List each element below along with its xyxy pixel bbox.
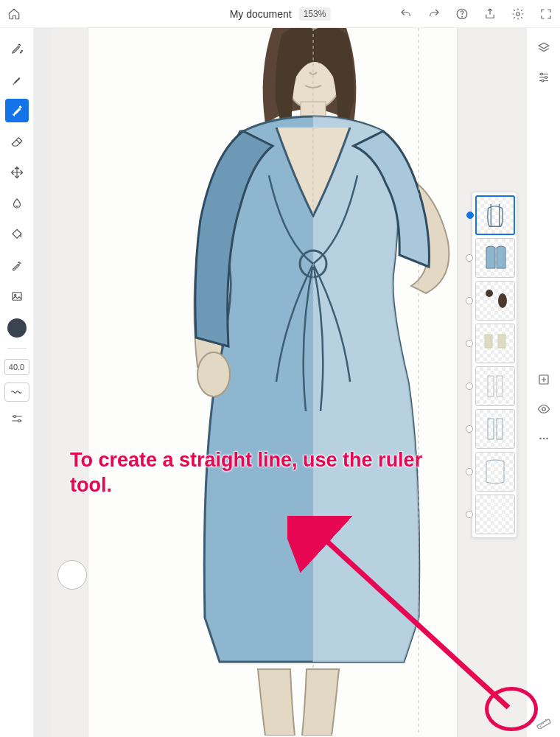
home-icon[interactable] (7, 7, 21, 21)
visibility-icon[interactable] (537, 402, 550, 416)
image-tool[interactable] (5, 284, 29, 308)
artboard[interactable] (88, 28, 457, 737)
fullscreen-icon[interactable] (539, 7, 553, 21)
gear-icon[interactable] (511, 7, 525, 21)
undo-icon[interactable] (399, 7, 413, 21)
svg-point-8 (18, 420, 20, 422)
svg-point-7 (13, 416, 15, 418)
svg-point-2 (517, 12, 520, 15)
paint-brush-tool[interactable] (5, 68, 29, 91)
redo-icon[interactable] (427, 7, 441, 21)
svg-rect-26 (498, 335, 505, 348)
layer-thumb[interactable] (475, 409, 515, 449)
layers-icon[interactable] (537, 41, 550, 55)
layer-thumb[interactable] (475, 281, 515, 321)
layer-thumb[interactable] (475, 195, 515, 235)
ruler-tool-button[interactable] (535, 712, 553, 730)
svg-point-16 (546, 438, 547, 439)
layer-thumb[interactable] (475, 366, 515, 406)
annotation-text: To create a straight line, use the ruler… (70, 448, 453, 498)
smudge-tool[interactable] (5, 192, 29, 215)
touch-ring[interactable] (57, 560, 87, 590)
svg-point-4 (21, 50, 23, 52)
svg-point-10 (545, 77, 547, 79)
layer-thumb[interactable] (475, 495, 515, 534)
watercolor-brush-tool[interactable] (5, 99, 29, 122)
sketch-brush-tool[interactable] (5, 37, 29, 60)
svg-point-13 (542, 408, 545, 411)
move-tool[interactable] (5, 161, 29, 184)
svg-point-9 (540, 73, 542, 75)
brush-settings-icon[interactable] (4, 409, 29, 428)
more-icon[interactable] (537, 432, 550, 445)
svg-rect-25 (485, 335, 492, 348)
layer-thumb[interactable] (475, 324, 515, 363)
artwork (125, 28, 494, 736)
zoom-level[interactable]: 153% (299, 7, 331, 21)
svg-rect-28 (537, 719, 551, 729)
svg-point-1 (462, 16, 463, 17)
divider (7, 348, 27, 349)
layer-thumb[interactable] (475, 452, 515, 492)
share-icon[interactable] (483, 7, 497, 21)
svg-point-20 (197, 352, 230, 397)
layers-panel[interactable] (472, 192, 517, 538)
document-title: My document (230, 8, 292, 20)
svg-point-11 (542, 80, 544, 82)
canvas[interactable] (52, 28, 526, 737)
color-swatch[interactable] (7, 318, 27, 338)
svg-point-15 (542, 438, 544, 439)
left-secondary-strip (34, 28, 52, 737)
eyedropper-tool[interactable] (5, 254, 29, 277)
eraser-tool[interactable] (5, 130, 29, 153)
brush-flow-toggle[interactable] (4, 383, 29, 402)
svg-point-23 (486, 290, 493, 297)
svg-rect-5 (13, 293, 21, 301)
svg-point-3 (20, 52, 21, 54)
sliders-icon[interactable] (537, 71, 550, 84)
svg-point-24 (498, 293, 507, 308)
add-layer-icon[interactable] (537, 373, 550, 386)
help-icon[interactable] (455, 7, 469, 21)
svg-point-14 (539, 438, 541, 439)
fill-tool[interactable] (5, 223, 29, 246)
brush-size-field[interactable]: 40.0 (4, 359, 29, 375)
layer-thumb[interactable] (475, 238, 515, 278)
